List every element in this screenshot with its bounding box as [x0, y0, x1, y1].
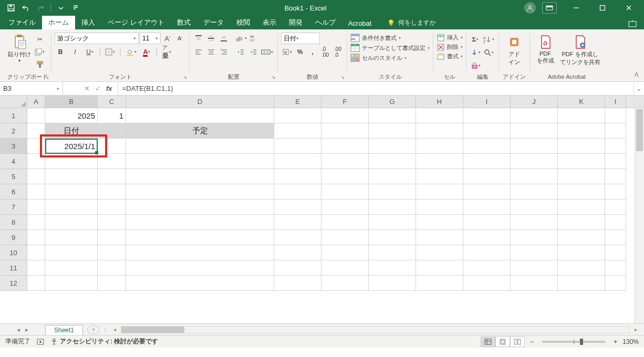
- cell-D6[interactable]: [126, 184, 274, 200]
- col-header-H[interactable]: H: [416, 96, 463, 108]
- cell-F10[interactable]: [321, 245, 369, 260]
- delete-cells-button[interactable]: 削除▾: [437, 43, 463, 51]
- cell-A8[interactable]: [27, 215, 45, 230]
- insert-cells-button[interactable]: +挿入▾: [437, 34, 463, 41]
- merge-cells-button[interactable]: [260, 46, 274, 58]
- cell-C1[interactable]: 1: [98, 108, 126, 123]
- col-header-E[interactable]: E: [274, 96, 321, 108]
- cell-K6[interactable]: [558, 184, 605, 200]
- tab-review[interactable]: 校閲: [230, 16, 256, 29]
- borders-button[interactable]: [104, 46, 116, 58]
- new-sheet-button[interactable]: ＋: [87, 325, 100, 334]
- row-header-10[interactable]: 10: [0, 245, 27, 260]
- maximize-button[interactable]: [590, 0, 615, 16]
- accounting-format-button[interactable]: ¥: [281, 46, 293, 58]
- cell-E11[interactable]: [274, 260, 321, 276]
- cell-A11[interactable]: [27, 260, 45, 276]
- create-share-pdf-button[interactable]: PDF を作成し てリンクを共有: [559, 32, 600, 66]
- insert-function-icon[interactable]: fx: [106, 85, 112, 92]
- cell-E5[interactable]: [274, 169, 321, 184]
- cell-B12[interactable]: [45, 276, 98, 291]
- col-header-C[interactable]: C: [98, 96, 126, 108]
- cell-A6[interactable]: [27, 184, 45, 200]
- cell-G3[interactable]: [369, 139, 416, 154]
- name-box[interactable]: B3▾: [0, 82, 63, 95]
- orientation-button[interactable]: ab: [235, 33, 248, 44]
- conditional-format-button[interactable]: 条件付き書式▾: [350, 34, 401, 42]
- row-header-6[interactable]: 6: [0, 184, 27, 200]
- row-header-2[interactable]: 2: [0, 123, 27, 139]
- format-as-table-button[interactable]: テーブルとして書式設定▾: [350, 44, 430, 52]
- cell-F6[interactable]: [321, 184, 369, 200]
- cell-C11[interactable]: [98, 260, 126, 276]
- col-header-G[interactable]: G: [369, 96, 416, 108]
- cell-G11[interactable]: [369, 260, 416, 276]
- cell-A2[interactable]: [27, 123, 45, 139]
- zoom-slider[interactable]: [542, 341, 605, 343]
- cell-H3[interactable]: [416, 139, 463, 154]
- cell-E7[interactable]: [274, 200, 321, 215]
- copy-button[interactable]: [34, 46, 46, 58]
- cell-G6[interactable]: [369, 184, 416, 200]
- col-header-J[interactable]: J: [511, 96, 558, 108]
- create-pdf-button[interactable]: PDF を作成: [533, 32, 557, 65]
- cell-E12[interactable]: [274, 276, 321, 291]
- cell-I6[interactable]: [605, 184, 626, 200]
- cell-G10[interactable]: [369, 245, 416, 260]
- find-select-button[interactable]: [483, 47, 495, 58]
- zoom-level[interactable]: 130%: [622, 338, 639, 345]
- cell-E4[interactable]: [274, 154, 321, 169]
- cell-B10[interactable]: [45, 245, 98, 260]
- decrease-indent-icon[interactable]: [235, 46, 246, 58]
- cell-H4[interactable]: [416, 154, 463, 169]
- cell-I7[interactable]: [463, 200, 511, 215]
- cell-F8[interactable]: [321, 215, 369, 230]
- cell-C6[interactable]: [98, 184, 126, 200]
- cell-G7[interactable]: [369, 200, 416, 215]
- cell-E8[interactable]: [274, 215, 321, 230]
- cell-D1[interactable]: [126, 108, 274, 123]
- cell-C12[interactable]: [98, 276, 126, 291]
- cell-C7[interactable]: [98, 200, 126, 215]
- addins-button[interactable]: アド イン: [502, 32, 526, 66]
- cell-I12[interactable]: [463, 276, 511, 291]
- col-header-A[interactable]: A: [27, 96, 45, 108]
- select-all-cell[interactable]: [0, 96, 27, 108]
- cell-G9[interactable]: [369, 230, 416, 245]
- cell-styles-button[interactable]: セルのスタイル▾: [350, 54, 407, 62]
- cancel-formula-icon[interactable]: ✕: [84, 85, 90, 92]
- cell-B3[interactable]: 2025/1/1: [45, 139, 98, 154]
- cell-I11[interactable]: [605, 260, 626, 276]
- cell-I10[interactable]: [605, 245, 626, 260]
- align-middle-icon[interactable]: [205, 33, 217, 44]
- close-button[interactable]: [617, 0, 641, 16]
- cell-B7[interactable]: [45, 200, 98, 215]
- cell-B8[interactable]: [45, 215, 98, 230]
- cell-A4[interactable]: [27, 154, 45, 169]
- tab-help[interactable]: ヘルプ: [309, 16, 342, 29]
- cell-G8[interactable]: [369, 215, 416, 230]
- cell-K4[interactable]: [558, 154, 605, 169]
- align-right-icon[interactable]: [218, 46, 230, 58]
- cell-C9[interactable]: [98, 230, 126, 245]
- cell-K5[interactable]: [558, 169, 605, 184]
- tab-developer[interactable]: 開発: [283, 16, 309, 29]
- cell-G1[interactable]: [369, 108, 416, 123]
- cell-E2[interactable]: [274, 123, 321, 139]
- row-header-7[interactable]: 7: [0, 200, 27, 215]
- cell-I2[interactable]: [463, 123, 511, 139]
- user-account-icon[interactable]: [524, 2, 536, 14]
- normal-view-button[interactable]: [481, 337, 495, 347]
- cell-B5[interactable]: [45, 169, 98, 184]
- share-button[interactable]: [621, 18, 644, 29]
- row-header-8[interactable]: 8: [0, 215, 27, 230]
- undo-button[interactable]: [20, 2, 32, 14]
- fill-color-button[interactable]: [124, 46, 138, 58]
- sheet-tab-sheet1[interactable]: Sheet1: [45, 325, 83, 335]
- cell-F9[interactable]: [321, 230, 369, 245]
- accessibility-status[interactable]: アクセシビリティ: 検討が必要です: [50, 337, 158, 346]
- cell-F5[interactable]: [321, 169, 369, 184]
- cell-H9[interactable]: [416, 230, 463, 245]
- number-launcher-icon[interactable]: ↘: [340, 74, 345, 80]
- cell-A3[interactable]: [27, 139, 45, 154]
